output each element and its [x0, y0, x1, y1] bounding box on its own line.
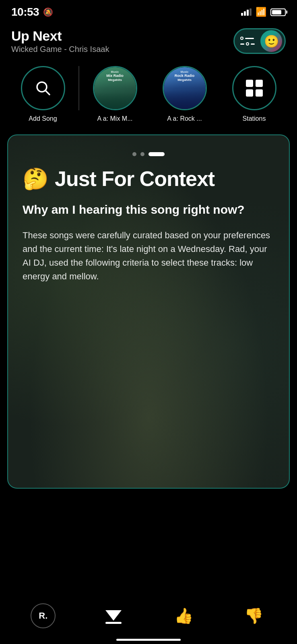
- sliders-icon: [237, 33, 258, 49]
- svg-rect-3: [105, 622, 122, 624]
- action-add-song[interactable]: Add Song: [8, 66, 78, 122]
- rad-logo: R.: [31, 603, 56, 628]
- battery-fill: [272, 10, 281, 14]
- page-dot-2[interactable]: [140, 152, 144, 156]
- mix-radio-label: A a: Mix M...: [97, 115, 132, 122]
- stations-circle[interactable]: [232, 66, 276, 110]
- up-next-subtitle: Wicked Game - Chris Isaak: [11, 45, 109, 54]
- search-icon: [34, 79, 52, 97]
- rad-logo-button[interactable]: R.: [29, 602, 57, 630]
- status-icons: 📶: [241, 7, 286, 17]
- up-next-section: Up Next Wicked Game - Chris Isaak 🙂: [0, 22, 297, 62]
- card-subtitle: Why am I hearing this song right now?: [23, 202, 274, 217]
- signal-bars: [241, 8, 252, 16]
- mix-radio-text: Music Mix Radio Megahits: [94, 70, 136, 82]
- page-dot-3[interactable]: [148, 152, 165, 156]
- rock-radio-circle[interactable]: Music Rock Radio Megahits: [163, 66, 207, 110]
- rad-label: R.: [39, 611, 47, 621]
- wifi-icon: 📶: [256, 7, 266, 17]
- svg-line-1: [45, 91, 50, 95]
- signal-bar-3: [247, 10, 249, 16]
- thumbs-down-icon: 👎: [244, 607, 263, 625]
- add-song-circle[interactable]: [21, 66, 65, 110]
- rock-radio-label: A a: Rock ...: [167, 115, 202, 122]
- bottom-bar: R. 👍 👎: [0, 596, 297, 644]
- slider-track-1: [245, 38, 254, 39]
- rock-radio-art: Music Rock Radio Megahits: [164, 67, 206, 109]
- card-content: 🤔 Just For Context Why am I hearing this…: [8, 135, 289, 300]
- rock-radio-text: Music Rock Radio Megahits: [164, 70, 206, 82]
- card-body: These songs were carefully curated based…: [23, 229, 274, 283]
- svg-marker-2: [105, 610, 122, 621]
- mute-icon: 🔕: [43, 7, 53, 17]
- stations-label: Stations: [243, 115, 266, 122]
- status-time: 10:53: [11, 6, 39, 19]
- ai-dj-avatar: 🙂: [260, 30, 282, 52]
- mix-radio-art: Music Mix Radio Megahits: [94, 67, 136, 109]
- collapse-button[interactable]: [99, 602, 128, 630]
- page-dot-1[interactable]: [132, 152, 136, 156]
- main-card: 🤔 Just For Context Why am I hearing this…: [7, 134, 290, 489]
- slider-track-2: [240, 43, 244, 45]
- card-emoji: 🤔: [23, 167, 48, 190]
- stations-grid-icon: [246, 80, 263, 97]
- thumbs-up-icon: 👍: [174, 607, 193, 625]
- thumbs-up-button[interactable]: 👍: [169, 602, 198, 630]
- ai-dj-toggle[interactable]: 🙂: [233, 28, 286, 54]
- slider-line-2: [240, 42, 255, 45]
- signal-bar-1: [241, 13, 243, 16]
- action-stations[interactable]: Stations: [219, 66, 289, 122]
- up-next-title: Up Next: [11, 28, 109, 44]
- add-song-label: Add Song: [29, 115, 57, 122]
- home-indicator: [116, 639, 181, 641]
- action-rock-radio[interactable]: Music Rock Radio Megahits A a: Rock ...: [150, 66, 219, 122]
- slider-dot-1: [240, 37, 243, 40]
- signal-bar-2: [244, 11, 246, 16]
- page-dots: [23, 145, 274, 167]
- quick-actions: Add Song Music Mix Radio Megahits A a: M…: [0, 62, 297, 130]
- battery-icon: [270, 8, 286, 16]
- action-mix-radio[interactable]: Music Mix Radio Megahits A a: Mix M...: [80, 66, 150, 122]
- slider-dot-2: [246, 42, 249, 45]
- status-bar: 10:53 🔕 📶: [0, 0, 297, 22]
- avatar-face: 🙂: [264, 34, 279, 48]
- collapse-icon: [102, 605, 125, 627]
- card-headline-text: Just For Context: [55, 167, 214, 190]
- action-divider: [78, 66, 79, 110]
- slider-track-3: [251, 43, 255, 45]
- card-headline: 🤔 Just For Context: [23, 167, 274, 190]
- mix-radio-circle[interactable]: Music Mix Radio Megahits: [93, 66, 137, 110]
- thumbs-down-button[interactable]: 👎: [240, 602, 268, 630]
- slider-line-1: [240, 37, 255, 40]
- signal-bar-4: [250, 8, 252, 16]
- up-next-text: Up Next Wicked Game - Chris Isaak: [11, 28, 109, 54]
